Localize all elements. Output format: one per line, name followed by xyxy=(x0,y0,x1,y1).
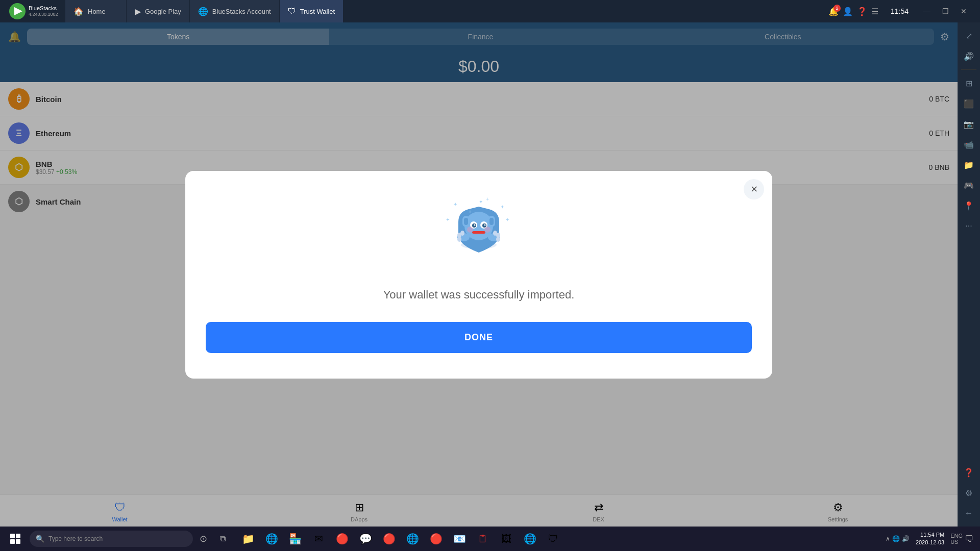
taskbar-app-store[interactable]: 🏪 xyxy=(284,528,306,550)
star-decoration: + xyxy=(486,196,489,202)
success-modal: ✕ ✦ ✦ ✦ ✦ ✦ + + xyxy=(185,171,772,379)
star-decoration: ✦ xyxy=(453,202,457,207)
right-sidebar: ⤢ 🔊 ⊞ ⬛ 📷 📹 📁 🎮 📍 ··· ❓ ⚙ ← xyxy=(958,22,980,527)
taskbar-app-edge[interactable]: 🌐 xyxy=(260,528,283,550)
tab-bar: 🏠 Home ▶ Google Play 🌐 BlueStacks Accoun… xyxy=(65,0,822,22)
taskbar-app-shield[interactable]: 🛡 xyxy=(542,528,565,550)
sidebar-back-btn[interactable]: ← xyxy=(960,504,978,522)
sidebar-expand-btn[interactable]: ⤢ xyxy=(960,27,978,45)
title-bar-icons: 🔔 2 👤 ❓ ☰ xyxy=(822,7,885,16)
star-decoration: + xyxy=(469,209,472,215)
taskbar-apps: 📁 🌐 🏪 ✉ 🔴 💬 🔴 🌐 🔴 📧 🗒 🖼 🌐 🛡 xyxy=(233,528,880,550)
tray-network[interactable]: 🌐 xyxy=(892,535,900,542)
star-decoration: ✦ xyxy=(505,217,509,222)
svg-rect-14 xyxy=(472,231,485,234)
sidebar-location-btn[interactable]: 📍 xyxy=(960,196,978,215)
svg-rect-6 xyxy=(464,218,468,225)
help-icon[interactable]: ❓ xyxy=(857,7,867,16)
task-view-button[interactable]: ⧉ xyxy=(213,530,232,548)
cortana-button[interactable]: ⊙ xyxy=(194,530,212,548)
sidebar-settings-btn[interactable]: ⚙ xyxy=(960,484,978,502)
svg-point-16 xyxy=(484,227,491,233)
taskbar-app-mail[interactable]: ✉ xyxy=(307,528,330,550)
svg-rect-7 xyxy=(489,218,494,225)
taskbar: 🔍 Type here to search ⊙ ⧉ 📁 🌐 🏪 ✉ 🔴 💬 🔴 … xyxy=(0,527,980,551)
tray-volume[interactable]: 🔊 xyxy=(902,535,910,542)
title-bar: BlueStacks 4.240.30.1002 🏠 Home ▶ Google… xyxy=(0,0,980,22)
svg-point-12 xyxy=(474,224,476,226)
tab-bluestacks-account[interactable]: 🌐 BlueStacks Account xyxy=(190,0,280,22)
tab-trust-wallet[interactable]: 🛡 Trust Wallet xyxy=(280,0,344,22)
windows-logo xyxy=(10,534,20,544)
star-decoration: ✦ xyxy=(500,204,504,210)
sidebar-video-btn[interactable]: 📹 xyxy=(960,135,978,154)
notification-center-button[interactable]: 🗨 xyxy=(965,534,974,544)
sidebar-layout-btn[interactable]: ⊞ xyxy=(960,74,978,92)
minimize-button[interactable]: — xyxy=(919,4,935,18)
taskbar-app-ftp[interactable]: 🗒 xyxy=(472,528,494,550)
star-decoration: ✦ xyxy=(446,217,450,222)
tray-expand[interactable]: ∧ xyxy=(886,535,890,542)
search-placeholder-text: Type here to search xyxy=(48,535,103,542)
sidebar-game-btn[interactable]: 🎮 xyxy=(960,176,978,194)
modal-mascot: ✦ ✦ ✦ ✦ ✦ + + xyxy=(438,191,520,273)
sidebar-screenshot-btn[interactable]: 📷 xyxy=(960,115,978,133)
bluestacks-logo-icon xyxy=(9,3,26,19)
sidebar-divider xyxy=(961,69,976,70)
system-tray: ∧ 🌐 🔊 xyxy=(886,535,910,542)
sidebar-record-btn[interactable]: ⬛ xyxy=(960,94,978,113)
taskbar-app-browser[interactable]: 🌐 xyxy=(401,528,424,550)
search-icon: 🔍 xyxy=(36,535,44,543)
account-icon[interactable]: 👤 xyxy=(843,7,853,16)
taskbar-app-red2[interactable]: 🔴 xyxy=(378,528,400,550)
svg-point-23 xyxy=(496,237,500,242)
modal-overlay: ✕ ✦ ✦ ✦ ✦ ✦ + + xyxy=(0,22,958,527)
search-bar[interactable]: 🔍 Type here to search xyxy=(30,531,193,547)
taskbar-app-files[interactable]: 📁 xyxy=(237,528,259,550)
modal-message: Your wallet was successfully imported. xyxy=(383,288,575,302)
time-display: 11:54 xyxy=(885,7,915,15)
taskbar-app-vpn[interactable]: 🌐 xyxy=(519,528,541,550)
taskbar-app-reddit[interactable]: 🔴 xyxy=(331,528,353,550)
taskbar-right: ∧ 🌐 🔊 11:54 PM 2020-12-03 ENG US 🗨 xyxy=(881,531,978,547)
modal-close-button[interactable]: ✕ xyxy=(744,179,764,199)
svg-point-13 xyxy=(484,224,486,226)
done-button[interactable]: DONE xyxy=(206,322,752,353)
main-area: 🔔 Tokens Finance Collectibles ⚙ $0.00 ₿ … xyxy=(0,22,980,527)
system-clock[interactable]: 11:54 PM 2020-12-03 xyxy=(912,531,948,547)
bs-logo: BlueStacks 4.240.30.1002 xyxy=(4,3,65,19)
tab-google-play[interactable]: ▶ Google Play xyxy=(127,0,190,22)
bluestacks-frame: BlueStacks 4.240.30.1002 🏠 Home ▶ Google… xyxy=(0,0,980,551)
star-decoration: ✦ xyxy=(479,199,483,205)
sidebar-files-btn[interactable]: 📁 xyxy=(960,156,978,174)
window-controls: — ❐ ✕ xyxy=(915,4,976,18)
sidebar-more-btn[interactable]: ··· xyxy=(960,217,978,235)
menu-icon[interactable]: ☰ xyxy=(871,7,878,16)
close-button[interactable]: ✕ xyxy=(955,4,972,18)
sidebar-volume-btn[interactable]: 🔊 xyxy=(960,47,978,65)
start-button[interactable] xyxy=(2,527,29,551)
svg-point-15 xyxy=(467,227,473,233)
taskbar-app-photo[interactable]: 🖼 xyxy=(495,528,518,550)
taskbar-app-discord[interactable]: 💬 xyxy=(354,528,377,550)
svg-point-24 xyxy=(493,231,497,236)
taskbar-app-outlook[interactable]: 📧 xyxy=(448,528,471,550)
svg-point-20 xyxy=(457,237,461,242)
maximize-button[interactable]: ❐ xyxy=(937,4,953,18)
tab-home[interactable]: 🏠 Home xyxy=(65,0,127,22)
sidebar-help-btn[interactable]: ❓ xyxy=(960,463,978,482)
language-indicator[interactable]: ENG US xyxy=(950,533,963,545)
app-content: 🔔 Tokens Finance Collectibles ⚙ $0.00 ₿ … xyxy=(0,22,958,527)
notification-icon[interactable]: 🔔 2 xyxy=(828,7,839,16)
taskbar-app-red3[interactable]: 🔴 xyxy=(425,528,447,550)
svg-point-21 xyxy=(460,231,464,236)
bs-logo-text: BlueStacks 4.240.30.1002 xyxy=(29,5,58,17)
